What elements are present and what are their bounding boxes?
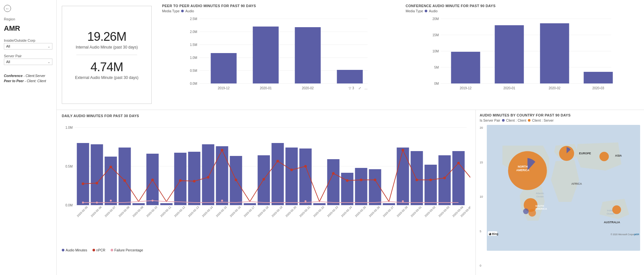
svg-point-79	[304, 165, 307, 168]
svg-text:2020-02-15: 2020-02-15	[215, 205, 227, 218]
svg-point-75	[235, 179, 237, 181]
svg-text:1.0M: 1.0M	[190, 56, 197, 60]
server-pair-label: Server Pair	[4, 54, 52, 58]
svg-text:2020-02-09: 2020-02-09	[132, 205, 144, 218]
svg-text:AMERICA: AMERICA	[516, 169, 529, 172]
map-panel: AUDIO MINUTES BY COUNTRY FOR PAST 90 DAY…	[476, 110, 644, 275]
map-server-dot	[528, 119, 530, 122]
svg-text:1.5M: 1.5M	[190, 43, 197, 47]
sidebar: ← Region AMR Inside/Outside Corp All ⌄ S…	[0, 0, 57, 275]
svg-rect-60	[383, 203, 395, 205]
svg-text:2020-02-06: 2020-02-06	[90, 205, 102, 218]
svg-text:2020-02-10: 2020-02-10	[146, 205, 158, 218]
server-pair-filter: Server Pair All ⌄	[4, 54, 52, 65]
kpi-external-value: 4.74M	[75, 60, 138, 74]
bottom-row: DAILY AUDIO MINUTES FOR PAST 30 DAYS 1.0…	[57, 110, 644, 275]
peer-chart-title: PEER TO PEER AUDIO MINUTES FOR PAST 90 D…	[162, 4, 395, 8]
svg-point-71	[179, 179, 182, 182]
kpi-card: 19.26M Internal Audio Minute (past 30 da…	[62, 6, 152, 104]
svg-text:2019-12: 2019-12	[218, 86, 230, 90]
main-content: 19.26M Internal Audio Minute (past 30 da…	[57, 0, 644, 275]
daily-chart-title: DAILY AUDIO MINUTES FOR PAST 30 DAYS	[62, 114, 470, 118]
peer-legend-label: Audio	[185, 9, 194, 13]
top-row: 19.26M Internal Audio Minute (past 30 da…	[57, 0, 644, 110]
svg-text:0.5M: 0.5M	[190, 69, 197, 72]
kpi-internal-desc: Internal Audio Minute (past 30 days)	[76, 45, 138, 50]
map-y-axis: 20 15 10 5 0	[480, 125, 487, 269]
svg-text:2020-02: 2020-02	[549, 86, 561, 90]
dashboard: ← Region AMR Inside/Outside Corp All ⌄ S…	[0, 0, 644, 275]
svg-text:2020-02-28: 2020-02-28	[396, 205, 408, 218]
legend-npcr: nPCR	[93, 248, 105, 252]
svg-point-88	[457, 162, 460, 164]
svg-text:…: …	[365, 86, 368, 90]
svg-point-69	[124, 179, 126, 182]
svg-text:2020-03: 2020-03	[592, 86, 604, 90]
svg-point-89	[82, 202, 84, 204]
svg-point-76	[263, 178, 265, 181]
map-subtitle: Is Server Pair Client : Client Client : …	[480, 118, 640, 122]
svg-text:1.0M: 1.0M	[65, 126, 72, 129]
svg-point-87	[443, 177, 446, 179]
australia-bubble	[612, 205, 621, 214]
chevron-down-icon-2: ⌄	[48, 60, 50, 64]
svg-rect-63	[425, 165, 437, 205]
svg-point-81	[346, 179, 349, 182]
svg-text:2020-02-20: 2020-02-20	[285, 205, 297, 218]
svg-text:2020-02: 2020-02	[302, 86, 314, 90]
svg-rect-38	[77, 143, 89, 205]
svg-rect-61	[397, 148, 409, 205]
svg-text:▽ 3: ▽ 3	[349, 86, 354, 90]
svg-point-67	[96, 182, 98, 184]
peer-media-type-label: Media Type	[162, 9, 180, 13]
svg-text:⤢: ⤢	[358, 86, 361, 90]
server-pair-select[interactable]: All ⌄	[4, 59, 52, 65]
svg-point-85	[416, 179, 418, 181]
svg-rect-48	[216, 146, 228, 205]
peer-legend-dot	[181, 10, 184, 12]
svg-text:0.5M: 0.5M	[65, 165, 72, 168]
svg-text:15M: 15M	[432, 33, 439, 37]
svg-text:2020-02-27: 2020-02-27	[382, 205, 394, 218]
svg-point-70	[151, 179, 154, 181]
map-visualization: Atlantic Ocean Indian Ocean NORTH AMERIC…	[487, 125, 640, 251]
svg-text:2019-12: 2019-12	[460, 86, 472, 90]
svg-text:AFRICA: AFRICA	[571, 182, 582, 185]
conference-legend-label: Audio	[429, 9, 438, 13]
conference-chart-subtitle: Media Type Audio	[406, 9, 639, 13]
svg-text:2.5M: 2.5M	[190, 17, 197, 21]
map-y-0: 0	[480, 264, 486, 267]
peer-chart-panel: PEER TO PEER AUDIO MINUTES FOR PAST 90 D…	[157, 0, 400, 110]
conf-bar-2020-02	[540, 23, 569, 83]
svg-rect-53	[286, 148, 298, 205]
svg-point-80	[332, 172, 335, 175]
bar-2020-01	[253, 27, 279, 83]
svg-rect-52	[272, 143, 284, 205]
svg-text:NORTH: NORTH	[518, 165, 528, 168]
inside-outside-select[interactable]: All ⌄	[4, 43, 52, 50]
svg-text:0.0M: 0.0M	[65, 204, 72, 207]
map-y-10: 10	[480, 195, 486, 198]
svg-text:Ocean: Ocean	[607, 212, 614, 215]
back-button[interactable]: ←	[4, 5, 52, 12]
svg-rect-47	[202, 144, 214, 205]
svg-text:Atlantic: Atlantic	[536, 192, 544, 195]
svg-text:0M: 0M	[434, 82, 439, 85]
conference-media-type-label: Media Type	[406, 9, 423, 13]
svg-rect-62	[411, 151, 423, 205]
failure-legend-label: Failure Percentage	[115, 248, 143, 252]
legend-audio-minutes: Audio Minutes	[62, 248, 87, 252]
svg-point-86	[430, 179, 432, 181]
svg-rect-46	[188, 152, 201, 205]
kpi-external-desc: External Audio Minute (past 30 days)	[75, 75, 138, 80]
svg-point-93	[221, 200, 223, 202]
map-y-15: 15	[480, 161, 486, 164]
svg-rect-50	[244, 203, 256, 205]
bar-2019-12	[211, 53, 237, 83]
svg-point-95	[402, 200, 404, 202]
svg-text:◕ Bing: ◕ Bing	[489, 232, 498, 236]
conference-legend-dot	[425, 10, 427, 12]
svg-text:2020-02-08: 2020-02-08	[118, 205, 130, 218]
svg-text:2020-02-11: 2020-02-11	[159, 205, 172, 218]
svg-point-134	[529, 209, 536, 216]
